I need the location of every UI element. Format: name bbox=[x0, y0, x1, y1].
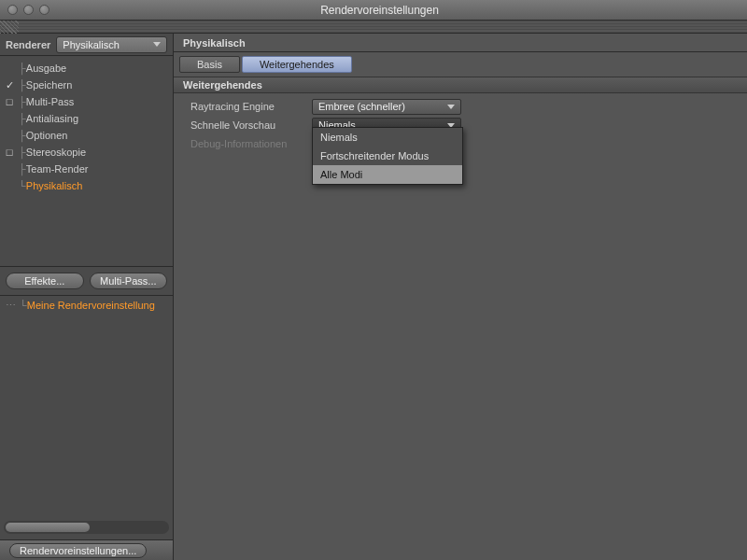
debug-label: Debug-Informationen bbox=[181, 138, 312, 149]
tree-connector-icon: ├ bbox=[19, 63, 26, 74]
tree-connector-icon: ├ bbox=[19, 113, 26, 124]
zoom-window-icon[interactable] bbox=[39, 5, 49, 15]
tree-checkbox[interactable]: ✓ bbox=[0, 79, 19, 91]
form-area: Raytracing Engine Embree (schneller) Sch… bbox=[174, 93, 747, 157]
renderer-value: Physikalisch bbox=[63, 39, 120, 50]
tree-connector-icon: └ bbox=[20, 300, 27, 311]
tree-connector-icon: └ bbox=[19, 180, 26, 191]
close-window-icon[interactable] bbox=[7, 5, 18, 15]
preset-label: Meine Rendervoreinstellung bbox=[27, 300, 155, 311]
sidebar-scrollbar[interactable] bbox=[4, 521, 169, 534]
window-controls bbox=[7, 5, 49, 15]
tree-checkbox[interactable]: □ bbox=[0, 147, 19, 158]
tree-connector-icon: ├ bbox=[19, 96, 26, 107]
tree-item-optionen[interactable]: ├ Optionen bbox=[0, 127, 173, 144]
section-header: Weitergehendes bbox=[174, 77, 747, 93]
preview-label: Schnelle Vorschau bbox=[181, 119, 312, 131]
scrollbar-thumb[interactable] bbox=[6, 523, 90, 532]
row-raytracing: Raytracing Engine Embree (schneller) bbox=[181, 97, 740, 116]
renderer-label: Renderer bbox=[6, 39, 50, 50]
effects-button[interactable]: Effekte... bbox=[6, 273, 84, 289]
tree-checkbox[interactable]: □ bbox=[0, 96, 19, 107]
tree-item-speichern[interactable]: ✓ ├ Speichern bbox=[0, 77, 173, 93]
raytracing-value: Embree (schneller) bbox=[318, 101, 405, 112]
tree-connector-icon: ├ bbox=[19, 79, 26, 91]
render-presets-button[interactable]: Rendervoreinstellungen... bbox=[9, 543, 147, 558]
tree-label: Stereoskopie bbox=[26, 147, 86, 158]
titlebar: Rendervoreinstellungen bbox=[0, 0, 747, 21]
menu-item-niemals[interactable]: Niemals bbox=[313, 128, 462, 147]
tree-connector-icon: ├ bbox=[19, 163, 26, 175]
tree-connector-icon: ├ bbox=[19, 147, 26, 158]
minimize-window-icon[interactable] bbox=[23, 5, 34, 15]
tree-label: Multi-Pass bbox=[26, 96, 74, 107]
sidebar-button-row: Effekte... Multi-Pass... bbox=[0, 266, 173, 295]
tree-item-physikalisch[interactable]: └ Physikalisch bbox=[0, 177, 173, 194]
preset-icon: ⋯ bbox=[6, 300, 16, 312]
menu-item-fortschreitend[interactable]: Fortschreitender Modus bbox=[313, 147, 462, 165]
tree-item-multipass[interactable]: □ ├ Multi-Pass bbox=[0, 93, 173, 110]
toolbar-grip bbox=[0, 21, 747, 34]
tree-label: Optionen bbox=[26, 130, 68, 141]
multipass-button[interactable]: Multi-Pass... bbox=[90, 273, 168, 289]
tree-connector-icon: ├ bbox=[19, 130, 26, 141]
window-title: Rendervoreinstellungen bbox=[49, 4, 710, 17]
chevron-down-icon bbox=[447, 105, 455, 109]
tree-label: Speichern bbox=[26, 79, 73, 91]
tab-basis[interactable]: Basis bbox=[179, 56, 240, 73]
tab-bar: Basis Weitergehendes bbox=[174, 52, 747, 77]
raytracing-label: Raytracing Engine bbox=[181, 101, 312, 112]
tab-weitergehendes[interactable]: Weitergehendes bbox=[242, 56, 352, 73]
menu-item-alle-modi[interactable]: Alle Modi bbox=[313, 165, 462, 184]
tree-label: Ausgabe bbox=[26, 63, 66, 74]
renderer-selector-row: Renderer Physikalisch bbox=[0, 34, 173, 56]
tree-item-ausgabe[interactable]: ├ Ausgabe bbox=[0, 60, 173, 77]
settings-tree: ├ Ausgabe ✓ ├ Speichern □ ├ Multi-Pass ├… bbox=[0, 56, 173, 266]
renderer-dropdown[interactable]: Physikalisch bbox=[56, 36, 167, 53]
tree-item-antialiasing[interactable]: ├ Antialiasing bbox=[0, 110, 173, 127]
panel-title: Physikalisch bbox=[174, 34, 747, 52]
tree-label: Antialiasing bbox=[26, 113, 78, 124]
statusbar: Rendervoreinstellungen... bbox=[0, 539, 173, 560]
tree-item-teamrender[interactable]: ├ Team-Render bbox=[0, 161, 173, 177]
tree-item-stereoskopie[interactable]: □ ├ Stereoskopie bbox=[0, 144, 173, 161]
chevron-down-icon bbox=[153, 42, 161, 47]
preset-row[interactable]: ⋯ └ Meine Rendervoreinstellung bbox=[0, 295, 173, 315]
tree-label: Physikalisch bbox=[26, 180, 83, 191]
preview-dropdown-menu: Niemals Fortschreitender Modus Alle Modi bbox=[312, 127, 463, 185]
tree-label: Team-Render bbox=[26, 163, 89, 175]
content-panel: Physikalisch Basis Weitergehendes Weiter… bbox=[174, 34, 747, 560]
raytracing-dropdown[interactable]: Embree (schneller) bbox=[312, 99, 461, 115]
sidebar: Renderer Physikalisch ├ Ausgabe ✓ ├ Spei… bbox=[0, 34, 174, 560]
